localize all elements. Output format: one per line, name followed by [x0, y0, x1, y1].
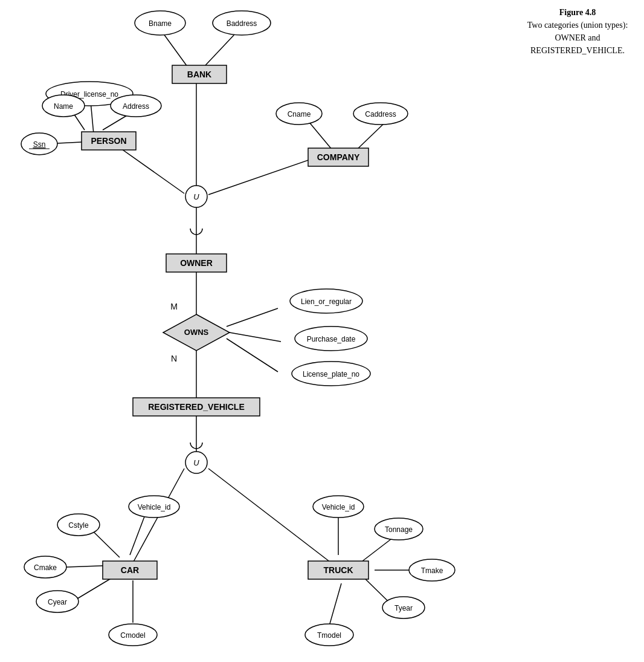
svg-line-2: [91, 102, 94, 134]
cname-attr: Cname: [288, 110, 311, 118]
svg-line-10: [208, 156, 320, 195]
svg-line-16: [227, 339, 278, 372]
ssn-attr: Ssn: [33, 140, 46, 149]
n-label: N: [171, 354, 177, 363]
owner-entity: OWNER: [180, 258, 213, 268]
license-plate-attr: License_plate_no: [303, 370, 359, 378]
vehicle-id-car-attr: Vehicle_id: [138, 503, 171, 511]
svg-line-18: [130, 469, 184, 568]
purchase-date-attr: Purchase_date: [307, 335, 356, 343]
bname-attr: Bname: [149, 19, 172, 28]
company-entity: COMPANY: [317, 152, 360, 162]
svg-line-7: [356, 121, 387, 150]
figure-caption: Figure 4.8 Two categories (union types):…: [517, 6, 638, 57]
figure-title: Figure 4.8: [559, 8, 596, 17]
svg-line-14: [227, 308, 278, 326]
cstyle-attr: Cstyle: [68, 521, 89, 530]
owns-relationship: OWNS: [184, 328, 209, 337]
cyear-attr: Cyear: [48, 598, 67, 606]
tmodel-attr: Tmodel: [317, 631, 341, 640]
cmodel-attr: Cmodel: [120, 631, 145, 640]
person-entity: PERSON: [91, 136, 126, 146]
svg-line-20: [130, 515, 145, 555]
svg-line-6: [308, 121, 332, 150]
svg-line-1: [205, 33, 236, 65]
svg-line-19: [208, 469, 338, 568]
lien-attr: Lien_or_regular: [301, 297, 352, 306]
tmake-attr: Tmake: [421, 566, 443, 575]
vehicle-id-truck-attr: Vehicle_id: [322, 503, 355, 511]
truck-entity: TRUCK: [324, 565, 353, 575]
diagram: BANK PERSON COMPANY OWNER REGISTERED_VEH…: [0, 0, 483, 662]
svg-line-15: [230, 333, 281, 342]
baddress-attr: Baddress: [227, 19, 257, 28]
registered-vehicle-entity: REGISTERED_VEHICLE: [148, 402, 244, 412]
svg-line-29: [329, 583, 341, 626]
m-label: M: [170, 302, 178, 311]
figure-description: Two categories (union types): OWNER and …: [527, 21, 628, 55]
union2-circle: U: [193, 458, 199, 467]
address-attr: Address: [123, 102, 149, 111]
cmake-attr: Cmake: [34, 563, 57, 572]
name-attr: Name: [54, 102, 73, 111]
caddress-attr: Caddress: [365, 110, 396, 118]
svg-line-21: [91, 529, 120, 557]
union1-circle: U: [193, 192, 199, 201]
bank-entity: BANK: [187, 70, 211, 79]
tyear-attr: Tyear: [394, 604, 413, 612]
car-entity: CAR: [121, 565, 139, 575]
tonnage-attr: Tonnage: [385, 525, 413, 534]
svg-line-0: [163, 33, 187, 67]
